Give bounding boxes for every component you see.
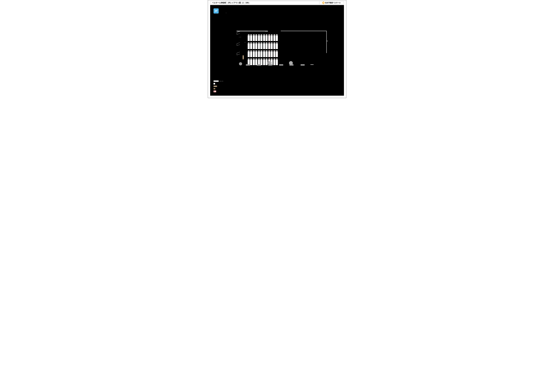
seat xyxy=(266,43,268,49)
seat-row xyxy=(248,51,278,57)
seat xyxy=(276,51,278,57)
floor-badge: 3F xyxy=(214,8,219,14)
seat-row xyxy=(248,35,278,41)
door-icon xyxy=(264,31,268,33)
seat-pair xyxy=(273,60,278,65)
seat xyxy=(266,60,268,65)
page: ベルサール神保町：3Fレイアウト図（1：100） 住友不動産ベルサール 3F N… xyxy=(208,0,346,98)
pillar-rect xyxy=(290,64,293,66)
seat-pair xyxy=(248,35,252,41)
seat xyxy=(268,43,270,49)
pillar-round xyxy=(239,62,242,65)
seat xyxy=(271,35,273,41)
seat xyxy=(266,35,268,41)
seat xyxy=(248,51,250,57)
seat xyxy=(260,51,263,57)
brand-text: 住友不動産ベルサール xyxy=(325,2,341,4)
legend-item-w900: W900 xyxy=(214,86,223,87)
seat-pair xyxy=(248,51,252,57)
seat xyxy=(250,51,252,57)
header: ベルサール神保町：3Fレイアウト図（1：100） 住友不動産ベルサール xyxy=(210,1,344,4)
seat xyxy=(255,43,257,49)
pillar-rect xyxy=(279,64,283,66)
seat-pair xyxy=(273,51,278,57)
seat xyxy=(253,35,255,41)
seat xyxy=(273,35,275,41)
seat xyxy=(266,51,268,57)
dimension-label: 600 xyxy=(244,42,246,43)
seat xyxy=(268,51,270,57)
seat-pair xyxy=(258,43,263,49)
seat xyxy=(273,43,275,49)
door-icon xyxy=(237,42,240,46)
legend-desk-label: 1800×450 xyxy=(219,81,223,82)
seat xyxy=(258,43,260,49)
legend-item-counter: 問 xyxy=(214,88,223,89)
pillar-rect xyxy=(311,64,314,65)
partition-line xyxy=(269,32,270,62)
pillar-rect xyxy=(268,64,272,66)
seat xyxy=(255,51,257,57)
seat xyxy=(248,35,250,41)
brand-box: 住友不動産ベルサール xyxy=(319,1,344,4)
seat xyxy=(255,35,257,41)
dimension-label: 3,000 xyxy=(239,36,241,38)
seat xyxy=(250,35,252,41)
seat-pair xyxy=(263,35,268,41)
wall-segment xyxy=(326,31,327,53)
seat-row xyxy=(248,60,278,65)
seat-pair xyxy=(258,51,263,57)
seat xyxy=(253,43,255,49)
seat xyxy=(268,35,270,41)
av-icon: AV xyxy=(214,91,216,92)
legend-item-av: AV xyxy=(214,91,223,92)
seating-area xyxy=(248,35,278,65)
wall-segment xyxy=(236,31,268,31)
seat-pair xyxy=(263,51,268,57)
pillar-rect xyxy=(246,64,250,66)
seat xyxy=(248,43,250,49)
seat-pair xyxy=(253,35,257,41)
seat xyxy=(263,43,265,49)
seat xyxy=(276,43,278,49)
seat xyxy=(250,43,252,49)
seat-pair xyxy=(273,43,278,49)
seat xyxy=(260,43,263,49)
seat xyxy=(258,35,260,41)
page-title: ベルサール神保町：3Fレイアウト図（1：100） xyxy=(210,1,319,4)
compass-icon: N xyxy=(226,12,227,14)
seat-pair xyxy=(253,60,257,65)
floorplan-canvas: 3F N 3,000 650 600 W900 1800×450 xyxy=(210,5,344,96)
seat xyxy=(253,51,255,57)
desk-icon xyxy=(214,80,219,82)
seat-pair xyxy=(258,35,263,41)
seat xyxy=(260,35,263,41)
pillar-rect xyxy=(301,64,305,66)
seat xyxy=(276,60,278,65)
wall-notch xyxy=(326,41,328,41)
w900-icon: W900 xyxy=(214,86,217,87)
seat-pair xyxy=(263,60,268,65)
seat-pair xyxy=(268,35,273,41)
pillar-rect xyxy=(257,64,261,66)
counter-icon: 問 xyxy=(214,88,215,89)
seat xyxy=(263,51,265,57)
seat xyxy=(263,60,265,65)
seat-pair xyxy=(253,43,257,49)
seat-pair xyxy=(253,51,257,57)
seat xyxy=(250,60,252,65)
legend: 1800×450 W900 問 AV xyxy=(214,80,223,92)
equipment-w900: W900 xyxy=(242,55,244,59)
legend-item-chair xyxy=(214,83,223,84)
seat xyxy=(271,43,273,49)
seat-pair xyxy=(248,43,252,49)
seat-pair xyxy=(268,51,273,57)
wall-segment xyxy=(281,31,326,31)
seat xyxy=(271,51,273,57)
seat-row xyxy=(248,43,278,49)
seat-pair xyxy=(268,43,273,49)
seat-pair xyxy=(263,43,268,49)
seat xyxy=(258,51,260,57)
legend-item-desk: 1800×450 xyxy=(214,80,223,82)
brand-logo-icon xyxy=(322,1,325,4)
